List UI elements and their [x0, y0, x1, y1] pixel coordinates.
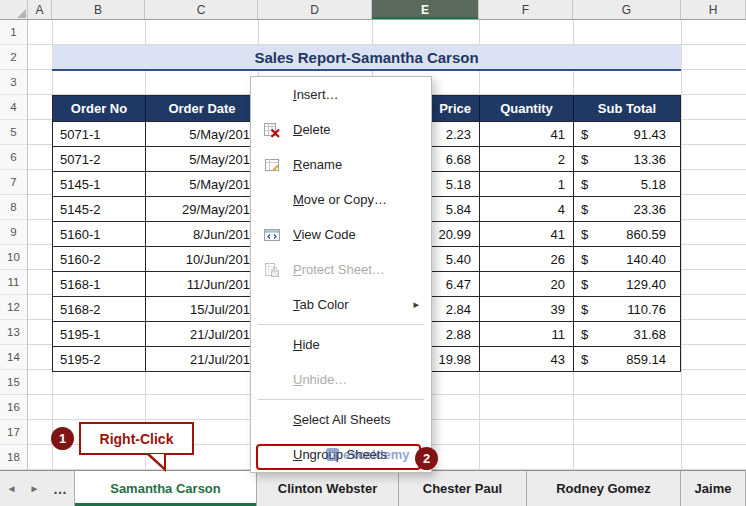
sheet-tab-samantha-carson[interactable]: Samantha Carson [74, 471, 257, 506]
row-header[interactable]: 12 [0, 295, 27, 320]
row-header[interactable]: 4 [0, 95, 27, 120]
row-header[interactable]: 14 [0, 345, 27, 370]
cell-order-date[interactable]: 10/Jun/201 [146, 247, 259, 271]
header-sub-total[interactable]: Sub Total [574, 96, 680, 121]
scroll-tabs-right-icon[interactable]: ► [30, 483, 40, 494]
menu-item-label: Rename [293, 157, 342, 172]
cell-quantity[interactable]: 41 [480, 122, 574, 146]
cell-order-date[interactable]: 11/Jun/201 [146, 272, 259, 296]
row-header[interactable]: 9 [0, 220, 27, 245]
menu-separator [258, 324, 424, 325]
cell-sub-total[interactable]: $129.40 [574, 272, 680, 296]
menu-item-tab-color[interactable]: Tab Color ▸ [251, 287, 431, 322]
menu-item-rename[interactable]: Rename [251, 147, 431, 182]
menu-item-unhide: Unhide… [251, 362, 431, 397]
cell-order-no[interactable]: 5071-1 [53, 122, 146, 146]
menu-item-hide[interactable]: Hide [251, 327, 431, 362]
column-header-c[interactable]: C [145, 0, 258, 19]
menu-item-move-or-copy[interactable]: Move or Copy… [251, 182, 431, 217]
cell-order-no[interactable]: 5168-1 [53, 272, 146, 296]
cell-sub-total[interactable]: $31.68 [574, 322, 680, 346]
cell-sub-total[interactable]: $860.59 [574, 222, 680, 246]
cell-quantity[interactable]: 2 [480, 147, 574, 171]
row-header[interactable]: 10 [0, 245, 27, 270]
row-header[interactable]: 13 [0, 320, 27, 345]
cell-order-no[interactable]: 5071-2 [53, 147, 146, 171]
column-header-e-selected[interactable]: E [372, 0, 479, 19]
row-header[interactable]: 5 [0, 120, 27, 145]
cell-quantity[interactable]: 4 [480, 197, 574, 221]
cell-sub-total[interactable]: $859.14 [574, 347, 680, 371]
row-header[interactable]: 2 [0, 45, 27, 70]
row-header[interactable]: 18 [0, 445, 27, 470]
cell-sub-total[interactable]: $110.76 [574, 297, 680, 321]
cell-quantity[interactable]: 1 [480, 172, 574, 196]
cell-order-date[interactable]: 5/May/201 [146, 172, 259, 196]
column-header-d[interactable]: D [258, 0, 372, 19]
cell-quantity[interactable]: 41 [480, 222, 574, 246]
cell-order-date[interactable]: 21/Jul/201 [146, 347, 259, 371]
currency-symbol: $ [581, 327, 588, 342]
cell-order-no[interactable]: 5145-1 [53, 172, 146, 196]
column-header-a[interactable]: A [28, 0, 52, 19]
delete-sheet-icon [259, 122, 285, 138]
sub-total-value: 13.36 [633, 152, 666, 167]
scroll-tabs-left-icon[interactable]: ◄ [7, 483, 17, 494]
cell-sub-total[interactable]: $23.36 [574, 197, 680, 221]
cell-order-date[interactable]: 8/Jun/201 [146, 222, 259, 246]
menu-item-view-code[interactable]: View Code [251, 217, 431, 252]
row-header[interactable]: 16 [0, 395, 27, 420]
currency-symbol: $ [581, 202, 588, 217]
cell-order-date[interactable]: 5/May/201 [146, 122, 259, 146]
row-header[interactable]: 1 [0, 20, 27, 45]
row-header[interactable]: 7 [0, 170, 27, 195]
cell-sub-total[interactable]: $13.36 [574, 147, 680, 171]
cell-order-no[interactable]: 5168-2 [53, 297, 146, 321]
column-header-h[interactable]: H [681, 0, 746, 19]
column-header-f[interactable]: F [479, 0, 573, 19]
menu-item-label: Delete [293, 122, 331, 137]
cell-quantity[interactable]: 43 [480, 347, 574, 371]
cell-sub-total[interactable]: $5.18 [574, 172, 680, 196]
row-header[interactable]: 3 [0, 70, 27, 95]
cell-order-date[interactable]: 5/May/201 [146, 147, 259, 171]
more-sheets-indicator[interactable]: … [46, 471, 74, 506]
select-all-corner[interactable] [0, 0, 28, 19]
row-header[interactable]: 6 [0, 145, 27, 170]
menu-item-insert[interactable]: Insert… [251, 77, 431, 112]
menu-item-select-all-sheets[interactable]: Select All Sheets [251, 402, 431, 437]
row-header[interactable]: 8 [0, 195, 27, 220]
cell-quantity[interactable]: 11 [480, 322, 574, 346]
cell-order-no[interactable]: 5195-1 [53, 322, 146, 346]
row-header[interactable]: 17 [0, 420, 27, 445]
cell-order-no[interactable]: 5195-2 [53, 347, 146, 371]
cell-sub-total[interactable]: $140.40 [574, 247, 680, 271]
menu-item-label: Insert… [293, 87, 339, 102]
report-title-cell[interactable]: Sales Report-Samantha Carson [52, 45, 681, 71]
cell-quantity[interactable]: 26 [480, 247, 574, 271]
row-header[interactable]: 15 [0, 370, 27, 395]
menu-item-delete[interactable]: Delete [251, 112, 431, 147]
column-header-b[interactable]: B [52, 0, 145, 19]
sheet-tab-chester-paul[interactable]: Chester Paul [399, 471, 527, 506]
sheet-tab-jaime[interactable]: Jaime [681, 471, 746, 506]
cell-order-date[interactable]: 15/Jul/201 [146, 297, 259, 321]
cell-order-no[interactable]: 5145-2 [53, 197, 146, 221]
sheet-tab-clinton-webster[interactable]: Clinton Webster [257, 471, 399, 506]
cell-order-date[interactable]: 21/Jul/201 [146, 322, 259, 346]
cell-quantity[interactable]: 39 [480, 297, 574, 321]
cell-order-no[interactable]: 5160-2 [53, 247, 146, 271]
sheet-tab-rodney-gomez[interactable]: Rodney Gomez [527, 471, 681, 506]
header-order-no[interactable]: Order No [53, 96, 146, 121]
menu-item-label: Move or Copy… [293, 192, 387, 207]
row-header[interactable]: 11 [0, 270, 27, 295]
header-quantity[interactable]: Quantity [480, 96, 574, 121]
header-order-date[interactable]: Order Date [146, 96, 259, 121]
column-header-g[interactable]: G [573, 0, 681, 19]
cell-sub-total[interactable]: $91.43 [574, 122, 680, 146]
cell-quantity[interactable]: 20 [480, 272, 574, 296]
currency-symbol: $ [581, 152, 588, 167]
cell-order-date[interactable]: 29/May/201 [146, 197, 259, 221]
cell-order-no[interactable]: 5160-1 [53, 222, 146, 246]
view-code-icon [259, 227, 285, 243]
